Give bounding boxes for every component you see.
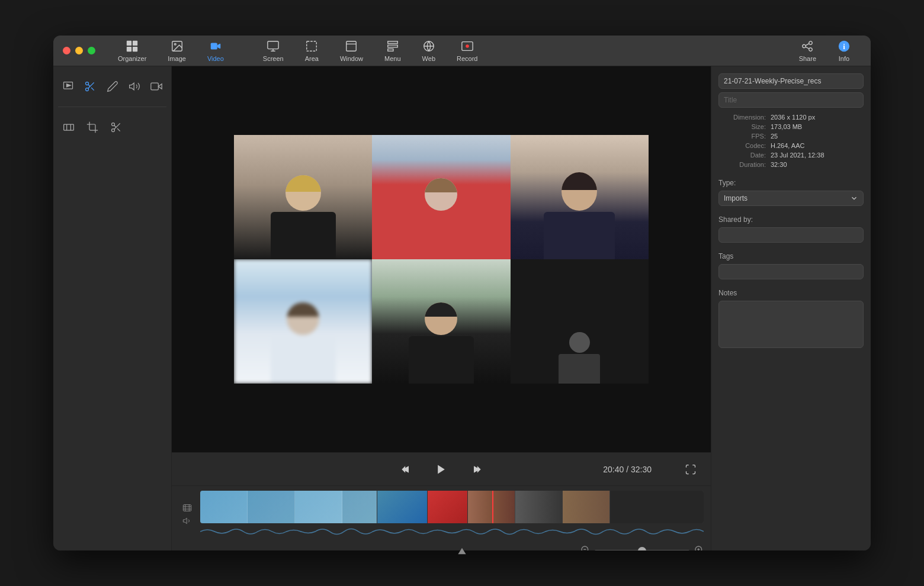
zoom-out-icon[interactable] (580, 545, 590, 550)
fullscreen-icon (685, 463, 697, 475)
title-field[interactable]: Title (718, 92, 864, 108)
dimension-value: 2036 x 1120 px (766, 114, 864, 121)
meta-table: Dimension: 2036 x 1120 px Size: 173,03 M… (718, 112, 864, 169)
tags-field[interactable] (718, 264, 864, 279)
title-bar: Organizer Image Video (53, 36, 871, 66)
playhead[interactable] (492, 491, 493, 523)
meta-date: Date: 23 Jul 2021, 12:38 (718, 150, 864, 160)
record-icon (461, 40, 474, 53)
video-cell-2 (372, 135, 510, 259)
zoom-out-svg (580, 545, 590, 550)
svg-point-31 (112, 123, 115, 126)
crop-tool[interactable] (82, 117, 103, 138)
video-grid (234, 135, 649, 384)
toolbar-item-window[interactable]: Window (329, 36, 374, 66)
timeline-zoom-bar (172, 543, 711, 550)
toolbar-item-share[interactable]: Share (788, 36, 827, 66)
toolbar-label-organizer: Organizer (118, 55, 146, 62)
toolbar-label-record: Record (457, 55, 477, 62)
toolbar-item-record[interactable]: Record (446, 36, 488, 66)
camera-icon (150, 81, 162, 92)
svg-point-16 (466, 44, 469, 48)
shared-by-field[interactable] (718, 227, 864, 243)
organizer-icon (126, 40, 139, 53)
trim-tool[interactable] (58, 117, 79, 138)
zoom-in-svg (694, 545, 704, 550)
svg-rect-7 (268, 41, 278, 49)
edit-tool[interactable] (102, 76, 122, 97)
zoom-slider[interactable] (595, 550, 689, 551)
toolbar-item-video[interactable]: Video (197, 36, 235, 66)
toolbar-label-video: Video (207, 55, 224, 62)
svg-rect-11 (388, 41, 398, 43)
toolbar-item-area[interactable]: Area (294, 36, 329, 66)
meta-duration: Duration: 32:30 (718, 160, 864, 169)
chevron-down-icon (850, 194, 858, 202)
scissors-icon (84, 81, 96, 92)
forward-button[interactable] (466, 459, 487, 480)
current-time: 20:40 (603, 465, 624, 474)
cut2-tool[interactable] (105, 117, 127, 138)
sidebar-divider (58, 107, 166, 107)
date-value: 23 Jul 2021, 12:38 (766, 152, 864, 159)
video-cell-1 (234, 135, 372, 259)
notes-field[interactable] (718, 301, 864, 348)
fullscreen-button[interactable] (88, 47, 95, 54)
filename-field[interactable]: 21-07-21-Weekly-Precise_recs (718, 73, 864, 89)
toolbar-item-image[interactable]: Image (157, 36, 197, 66)
eject-button[interactable] (457, 546, 467, 551)
audio-track-icon[interactable] (179, 516, 195, 526)
toolbar-label-area: Area (305, 55, 319, 62)
filmstrip (200, 491, 704, 523)
toolbar-item-web[interactable]: Web (412, 36, 446, 66)
svg-rect-2 (127, 46, 131, 51)
meta-dimension: Dimension: 2036 x 1120 px (718, 112, 864, 122)
edit-icon (107, 81, 118, 92)
toolbar-item-info[interactable]: i Info (827, 36, 861, 66)
rewind-button[interactable] (395, 459, 416, 480)
image-icon (171, 40, 184, 53)
svg-marker-43 (458, 548, 466, 550)
toolbar-item-menu[interactable]: Menu (374, 36, 412, 66)
total-time: 32:30 (631, 465, 652, 474)
crop-icon (86, 121, 98, 133)
cut-tool[interactable] (80, 76, 100, 97)
svg-marker-36 (438, 465, 445, 474)
svg-rect-1 (133, 40, 137, 45)
fullscreen-video-button[interactable] (680, 459, 701, 480)
play-button[interactable] (431, 459, 452, 480)
toolbar-item-organizer[interactable]: Organizer (107, 36, 157, 66)
svg-text:i: i (843, 42, 845, 50)
meta-codec: Codec: H.264, AAC (718, 141, 864, 150)
close-button[interactable] (63, 47, 70, 54)
svg-point-5 (174, 43, 176, 45)
zoom-in-icon[interactable] (694, 545, 704, 550)
svg-rect-13 (388, 49, 393, 51)
svg-rect-8 (307, 41, 317, 51)
play-icon (435, 463, 447, 475)
controls-bar: 20:40 / 32:30 (172, 452, 711, 485)
toolbar-label-share: Share (799, 55, 816, 62)
size-label: Size: (718, 123, 766, 130)
play-tool[interactable] (58, 76, 78, 97)
left-sidebar (53, 66, 172, 550)
camera-tool[interactable] (147, 76, 166, 97)
cut-icon (110, 121, 122, 133)
size-value: 173,03 MB (766, 123, 864, 130)
svg-marker-42 (183, 518, 187, 523)
video-track-icon[interactable] (179, 503, 195, 513)
traffic-lights (63, 47, 95, 54)
svg-point-21 (86, 82, 89, 85)
dimension-label: Dimension: (718, 114, 766, 121)
audio-tool[interactable] (124, 76, 144, 97)
audio-icon (129, 81, 140, 92)
meta-size: Size: 173,03 MB (718, 122, 864, 131)
minimize-button[interactable] (75, 47, 83, 54)
type-dropdown[interactable]: Imports (718, 191, 864, 206)
app-window: Organizer Image Video (53, 36, 871, 550)
timeline-content[interactable] (200, 491, 704, 538)
info-icon: i (838, 40, 851, 53)
fps-value: 25 (766, 133, 864, 140)
video-cell-5 (372, 259, 510, 384)
toolbar-item-screen[interactable]: Screen (252, 36, 294, 66)
